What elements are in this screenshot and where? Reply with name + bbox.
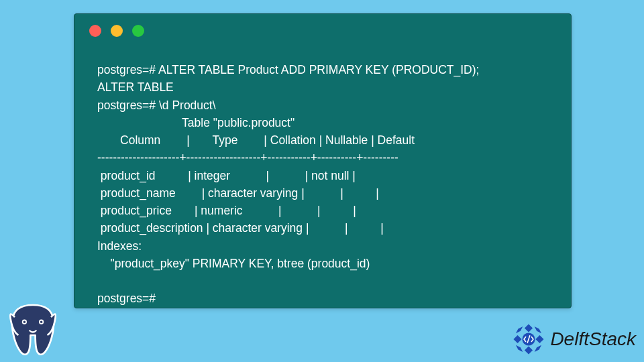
term-line: Indexes: <box>97 239 142 253</box>
svg-marker-4 <box>525 324 533 332</box>
svg-marker-11 <box>516 345 523 352</box>
term-line: postgres=# <box>97 292 156 305</box>
svg-marker-6 <box>514 335 522 343</box>
svg-point-3 <box>40 320 43 323</box>
brand-logo: DelftStack <box>511 322 636 357</box>
brand-name: DelftStack <box>550 328 636 350</box>
term-line: product_description | character varying … <box>97 221 384 235</box>
minimize-icon[interactable] <box>111 25 123 37</box>
term-line: postgres=# ALTER TABLE Product ADD PRIMA… <box>97 63 479 76</box>
term-line: product_price | numeric | | | <box>97 204 356 217</box>
term-line: ---------------------+------------------… <box>97 151 398 164</box>
svg-marker-8 <box>535 326 541 333</box>
term-line: ALTER TABLE <box>97 80 174 94</box>
svg-point-2 <box>23 320 26 323</box>
svg-marker-5 <box>525 346 533 354</box>
term-line: Column | Type | Collation | Nullable | D… <box>97 133 415 147</box>
terminal-output: postgres=# ALTER TABLE Product ADD PRIMA… <box>97 61 557 308</box>
delftstack-icon <box>511 322 546 357</box>
svg-marker-7 <box>536 335 544 343</box>
postgresql-logo-icon <box>3 299 63 359</box>
term-line: "product_pkey" PRIMARY KEY, btree (produ… <box>97 257 370 270</box>
maximize-icon[interactable] <box>132 25 144 37</box>
terminal-window: postgres=# ALTER TABLE Product ADD PRIMA… <box>74 13 572 308</box>
term-line: product_name | character varying | | | <box>97 186 379 200</box>
term-line: Table "public.product" <box>97 116 294 129</box>
term-line: product_id | integer | | not null | <box>97 169 356 182</box>
svg-marker-10 <box>535 345 541 352</box>
close-icon[interactable] <box>89 25 101 37</box>
window-controls <box>89 25 144 37</box>
svg-marker-9 <box>516 326 523 333</box>
term-line: postgres=# \d Product\ <box>97 99 216 112</box>
